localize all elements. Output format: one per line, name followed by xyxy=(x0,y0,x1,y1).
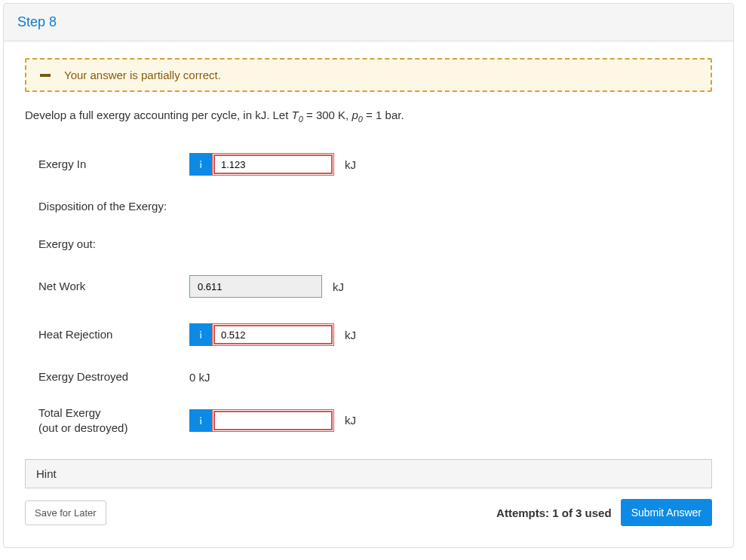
exergy-in-label: Exergy In xyxy=(38,157,189,172)
net-work-unit: kJ xyxy=(333,280,344,293)
total-exergy-label: Total Exergy (out or destroyed) xyxy=(38,405,189,435)
net-work-label: Net Work xyxy=(38,279,189,294)
net-work-input[interactable] xyxy=(189,275,322,298)
hint-label: Hint xyxy=(36,467,57,480)
exergy-out-row: Exergy out: xyxy=(38,231,698,258)
total-exergy-label-line1: Total Exergy xyxy=(38,406,101,419)
heat-rejection-input-wrap xyxy=(212,323,334,346)
footer-row: Save for Later Attempts: 1 of 3 used Sub… xyxy=(25,499,712,526)
question-prefix: Develop a full exergy accounting per cyc… xyxy=(25,109,292,121)
heat-rejection-unit: kJ xyxy=(345,329,356,341)
info-icon xyxy=(196,160,205,169)
p-equals: = 1 bar. xyxy=(363,109,404,121)
heat-rejection-row: Heat Rejection kJ xyxy=(38,321,698,348)
panel-body: Your answer is partially correct. Develo… xyxy=(4,41,733,547)
question-text: Develop a full exergy accounting per cyc… xyxy=(25,109,712,124)
step-panel: Step 8 Your answer is partially correct.… xyxy=(3,3,734,548)
partial-correct-icon xyxy=(40,74,51,77)
feedback-message: Your answer is partially correct. xyxy=(64,69,221,81)
exergy-out-label: Exergy out: xyxy=(38,237,189,252)
save-for-later-button[interactable]: Save for Later xyxy=(25,500,106,525)
fields-container: Exergy In kJ Disposition of the Exergy: … xyxy=(25,151,712,435)
total-exergy-label-line2: (out or destroyed) xyxy=(38,421,127,434)
p-symbol: p xyxy=(352,109,358,121)
net-work-input-group: kJ xyxy=(189,275,344,298)
disposition-label: Disposition of the Exergy: xyxy=(38,199,167,214)
exergy-in-input-wrap xyxy=(212,153,334,176)
heat-rejection-label: Heat Rejection xyxy=(38,327,189,342)
t-equals: = 300 K, xyxy=(303,109,352,121)
exergy-in-unit: kJ xyxy=(345,158,356,171)
exergy-destroyed-label: Exergy Destroyed xyxy=(38,369,189,384)
exergy-destroyed-row: Exergy Destroyed 0 kJ xyxy=(38,363,698,390)
net-work-input-wrap xyxy=(189,275,322,298)
footer-right: Attempts: 1 of 3 used Submit Answer xyxy=(496,499,712,526)
exergy-in-input-group: kJ xyxy=(189,153,356,176)
submit-answer-button[interactable]: Submit Answer xyxy=(621,499,712,526)
attempts-text: Attempts: 1 of 3 used xyxy=(496,506,612,519)
exergy-in-input[interactable] xyxy=(214,155,332,173)
info-icon xyxy=(196,416,205,425)
info-button-exergy-in[interactable] xyxy=(189,153,212,176)
info-icon xyxy=(196,330,205,339)
feedback-box: Your answer is partially correct. xyxy=(25,58,712,92)
hint-bar[interactable]: Hint xyxy=(25,459,712,488)
exergy-in-row: Exergy In kJ xyxy=(38,151,698,178)
info-button-heat-rejection[interactable] xyxy=(189,323,212,346)
heat-rejection-input[interactable] xyxy=(214,326,332,344)
total-exergy-input-group: kJ xyxy=(189,409,356,432)
total-exergy-input[interactable] xyxy=(214,412,332,430)
disposition-row: Disposition of the Exergy: xyxy=(38,193,698,220)
heat-rejection-input-group: kJ xyxy=(189,323,356,346)
exergy-destroyed-value: 0 kJ xyxy=(189,371,210,384)
t-symbol: T xyxy=(292,109,299,121)
info-button-total-exergy[interactable] xyxy=(189,409,212,432)
panel-header: Step 8 xyxy=(4,4,733,41)
total-exergy-unit: kJ xyxy=(345,414,356,427)
step-title: Step 8 xyxy=(17,14,720,30)
total-exergy-input-wrap xyxy=(212,409,334,432)
total-exergy-row: Total Exergy (out or destroyed) kJ xyxy=(38,405,698,435)
net-work-row: Net Work kJ xyxy=(38,273,698,300)
